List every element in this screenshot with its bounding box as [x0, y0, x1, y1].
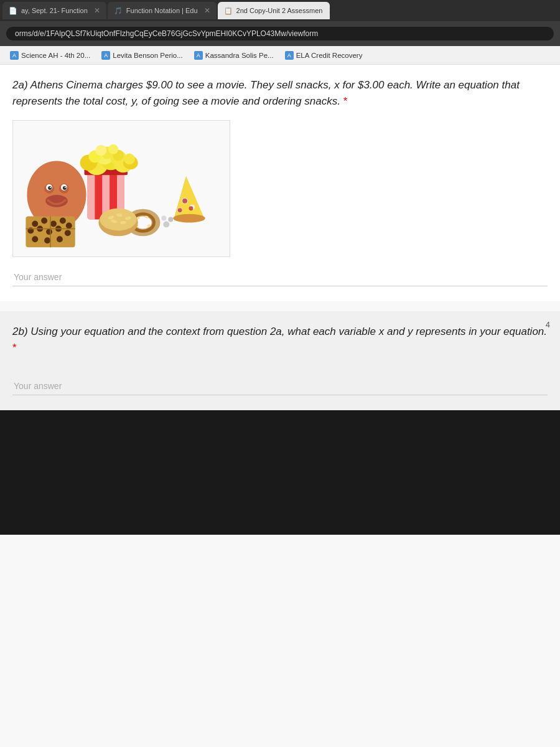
tab-3-label: 2nd Copy-Unit 2 Assessmen [236, 7, 323, 14]
svg-point-68 [163, 221, 169, 227]
tab-2[interactable]: 🎵 Function Notation | Edu ✕ [108, 2, 217, 19]
svg-point-33 [189, 206, 194, 210]
svg-point-55 [65, 230, 71, 236]
tab-icon-3: 📋 [224, 7, 233, 15]
question-2a-block: 2a) Athens Cinema charges $9.00 to see a… [0, 65, 560, 301]
bookmark-3[interactable]: A Kassandra Solis Pe... [190, 50, 278, 61]
bookmark-icon-1: A [10, 51, 19, 60]
bookmark-3-label: Kassandra Solis Pe... [205, 52, 274, 59]
tab-3-close[interactable]: ✕ [329, 6, 329, 15]
svg-point-47 [41, 217, 47, 223]
svg-point-16 [124, 153, 135, 164]
answer-input-2b[interactable]: Your answer [12, 377, 548, 395]
svg-point-32 [182, 199, 187, 204]
tab-bar: 📄 ay, Sept. 21- Function ✕ 🎵 Function No… [0, 0, 560, 21]
tab-3[interactable]: 📋 2nd Copy-Unit 2 Assessmen ✕ [218, 2, 330, 19]
svg-point-42 [63, 186, 67, 190]
svg-point-57 [44, 237, 50, 243]
question-2b-block: 4 2b) Using your equation and the contex… [0, 311, 560, 411]
tab-2-close[interactable]: ✕ [204, 6, 210, 15]
bookmark-1-label: Science AH - 4th 20... [21, 52, 90, 59]
browser-chrome: 📄 ay, Sept. 21- Function ✕ 🎵 Function No… [0, 0, 560, 65]
bookmark-icon-4: A [285, 51, 294, 60]
svg-point-31 [173, 214, 205, 222]
svg-point-48 [50, 220, 57, 227]
address-bar: orms/d/e/1FAlpQLSf7kUiqtOnfFIzhgCqEyCeB7… [0, 21, 560, 46]
snacks-image [12, 120, 230, 257]
svg-point-46 [32, 220, 38, 227]
svg-point-43 [50, 187, 51, 188]
svg-point-49 [60, 217, 66, 223]
bookmark-4[interactable]: A ELA Credit Recovery [281, 50, 366, 61]
svg-point-53 [46, 228, 52, 235]
tab-2-label: Function Notation | Edu [126, 7, 198, 14]
bookmark-2-label: Levita Benson Perio... [113, 52, 183, 59]
laptop-bezel-bottom [0, 410, 560, 535]
required-star-2a: * [343, 95, 348, 107]
svg-point-41 [48, 186, 52, 190]
bookmarks-bar: A Science AH - 4th 20... A Levita Benson… [0, 46, 560, 65]
page-number: 4 [546, 320, 550, 329]
tab-icon-2: 🎵 [114, 7, 123, 15]
answer-input-2a[interactable]: Your answer [12, 268, 548, 286]
url-input[interactable]: orms/d/e/1FAlpQLSf7kUiqtOnfFIzhgCqEyCeB7… [6, 27, 554, 40]
bookmark-4-label: ELA Credit Recovery [296, 52, 363, 59]
question-2a-text: 2a) Athens Cinema charges $9.00 to see a… [12, 77, 548, 110]
svg-point-18 [108, 144, 118, 154]
svg-point-17 [95, 144, 106, 156]
svg-point-56 [32, 236, 38, 242]
bookmark-icon-3: A [194, 51, 203, 60]
svg-point-62 [100, 208, 136, 230]
svg-point-34 [178, 208, 182, 212]
question-2b-text: 2b) Using your equation and the context … [12, 324, 548, 357]
tab-icon-1: 📄 [9, 7, 17, 15]
svg-point-50 [66, 222, 72, 228]
tab-1-close[interactable]: ✕ [94, 6, 100, 15]
required-star-2b: * [12, 342, 17, 354]
svg-point-70 [161, 215, 166, 220]
svg-rect-2 [88, 170, 95, 219]
page-content: 2a) Athens Cinema charges $9.00 to see a… [0, 65, 560, 747]
tab-1-label: ay, Sept. 21- Function [21, 7, 88, 14]
bookmark-2[interactable]: A Levita Benson Perio... [98, 50, 187, 61]
svg-point-58 [57, 236, 63, 242]
svg-point-44 [65, 187, 66, 188]
bookmark-icon-2: A [101, 51, 110, 60]
bookmark-1[interactable]: A Science AH - 4th 20... [6, 50, 94, 61]
svg-point-69 [168, 217, 173, 222]
tab-1[interactable]: 📄 ay, Sept. 21- Function ✕ [2, 2, 106, 19]
